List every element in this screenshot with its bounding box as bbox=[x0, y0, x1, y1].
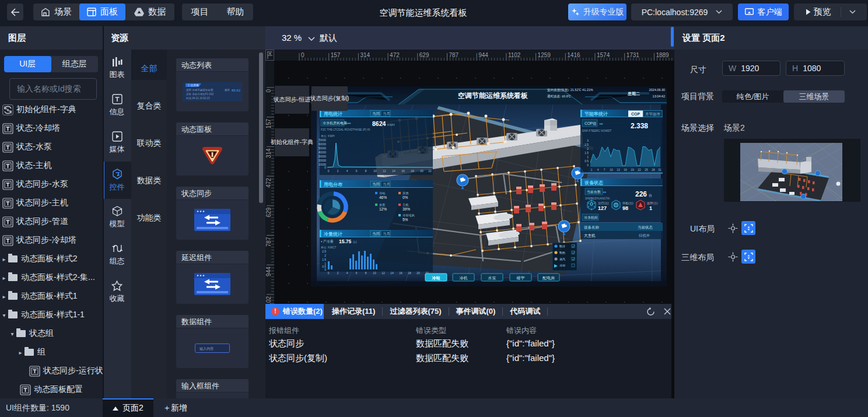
svg-text:设备状态: 设备状态 bbox=[584, 180, 604, 185]
svg-text:0%: 0% bbox=[402, 195, 408, 199]
svg-text:8624: 8624 bbox=[372, 120, 386, 127]
svg-text:1574: 1574 bbox=[597, 52, 610, 58]
svg-text:1889: 1889 bbox=[656, 52, 669, 58]
svg-text:629: 629 bbox=[419, 52, 429, 58]
svg-text:当月: 当月 bbox=[383, 111, 390, 116]
svg-text:制热: 制热 bbox=[559, 251, 565, 255]
svg-text:20: 20 bbox=[420, 170, 424, 173]
svg-text:30000: 30000 bbox=[318, 155, 327, 158]
svg-text:2: 2 bbox=[337, 272, 339, 275]
svg-text:大主机: 大主机 bbox=[584, 233, 596, 237]
svg-text:0: 0 bbox=[587, 164, 589, 167]
svg-text:制冷: 制冷 bbox=[559, 244, 565, 248]
svg-text:12: 12 bbox=[383, 170, 386, 173]
svg-text:7: 7 bbox=[604, 169, 606, 171]
svg-text:16: 16 bbox=[624, 169, 627, 171]
svg-text:设备名称: 设备名称 bbox=[584, 225, 600, 230]
svg-text:2: 2 bbox=[324, 254, 326, 257]
svg-text:▸▸: ▸▸ bbox=[603, 190, 607, 194]
svg-text:当日: 当日 bbox=[372, 232, 380, 236]
svg-text:当月: 当月 bbox=[383, 232, 390, 236]
svg-text:空调节能运维系统看板: 空调节能运维系统看板 bbox=[458, 92, 528, 100]
svg-text:127: 127 bbox=[598, 205, 607, 211]
svg-text:50000: 50000 bbox=[318, 147, 327, 150]
svg-text:工业质量: 工业质量 bbox=[187, 83, 199, 87]
svg-text:19: 19 bbox=[631, 169, 634, 171]
svg-text:70000: 70000 bbox=[318, 139, 327, 142]
svg-text:6: 6 bbox=[356, 272, 358, 275]
svg-text:0: 0 bbox=[265, 89, 272, 93]
svg-text:逐时温差: ±0.6℃: 逐时温差: ±0.6℃ bbox=[547, 94, 571, 99]
svg-text:水泵: 水泵 bbox=[379, 203, 385, 206]
svg-text:运行(台): 运行(台) bbox=[598, 201, 609, 205]
svg-text:冷站: 冷站 bbox=[432, 276, 440, 281]
svg-text:冷却塔风: 冷却塔风 bbox=[402, 213, 415, 218]
svg-text:28: 28 bbox=[652, 169, 655, 171]
svg-text:单位: KWCT: 单位: KWCT bbox=[320, 246, 336, 249]
svg-text:蒸汽: 蒸汽 bbox=[559, 257, 565, 261]
svg-text:设备 首联运维组F1-010: 设备 首联运维组F1-010 bbox=[186, 92, 214, 96]
svg-text:787: 787 bbox=[449, 52, 459, 58]
svg-text:GJ: GJ bbox=[353, 240, 357, 244]
svg-text:18: 18 bbox=[408, 272, 411, 275]
svg-text:当日: 当日 bbox=[372, 111, 380, 115]
svg-text:用电分布: 用电分布 bbox=[323, 182, 342, 187]
svg-text:3: 3 bbox=[587, 139, 589, 142]
svg-text:2.5: 2.5 bbox=[322, 250, 326, 253]
svg-text:频率: 频率 bbox=[225, 89, 230, 92]
svg-text:KWH: KWH bbox=[387, 123, 395, 127]
svg-text:2024.09.30: 2024.09.30 bbox=[649, 88, 665, 92]
svg-text:用电统计: 用电统计 bbox=[323, 111, 342, 117]
svg-text:944: 944 bbox=[265, 267, 272, 276]
svg-text:472: 472 bbox=[390, 52, 400, 58]
svg-text:当月: 当月 bbox=[383, 182, 390, 187]
svg-text:1259: 1259 bbox=[538, 52, 551, 58]
svg-text:冷却: 冷却 bbox=[559, 264, 565, 267]
svg-text:类型 传感器树模块监测: 类型 传感器树模块监测 bbox=[186, 88, 214, 92]
svg-text:SHEBEIZHUANGTAI: SHEBEIZHUANGTAI bbox=[585, 197, 610, 200]
svg-text:1: 1 bbox=[591, 169, 593, 171]
svg-text:冷机: 冷机 bbox=[460, 276, 468, 281]
svg-text:▸▸▸: ▸▸▸ bbox=[346, 121, 351, 125]
svg-text:月节能率: 月节能率 bbox=[645, 112, 661, 117]
svg-text:输入内容: 输入内容 bbox=[200, 346, 214, 351]
svg-text:故障(台): 故障(台) bbox=[647, 201, 658, 205]
svg-text:当前台数: 当前台数 bbox=[587, 190, 601, 194]
svg-text:配电房: 配电房 bbox=[542, 276, 555, 281]
svg-text:18: 18 bbox=[411, 170, 414, 173]
svg-text:8: 8 bbox=[365, 170, 367, 173]
svg-text:1.5: 1.5 bbox=[584, 152, 589, 155]
svg-text:10: 10 bbox=[373, 170, 377, 173]
svg-text:1102: 1102 bbox=[508, 52, 521, 58]
svg-text:待机中: 待机中 bbox=[639, 233, 650, 238]
svg-text:冷站: 冷站 bbox=[379, 191, 386, 195]
svg-text:787: 787 bbox=[265, 237, 272, 247]
svg-text:4: 4 bbox=[346, 170, 348, 173]
svg-text:1102: 1102 bbox=[265, 296, 272, 304]
svg-text:星期二: 星期二 bbox=[627, 92, 640, 96]
svg-text:6: 6 bbox=[356, 170, 358, 173]
svg-text:1: 1 bbox=[587, 156, 589, 159]
svg-text:节能率统计: 节能率统计 bbox=[584, 111, 608, 117]
svg-text:F2C THE LTCDAL ROVDTHASE (P) I: F2C THE LTCDAL ROVDTHASE (P) IN bbox=[321, 128, 370, 131]
svg-text:40000: 40000 bbox=[318, 151, 327, 154]
svg-text:单位: KWH: 单位: KWH bbox=[320, 135, 335, 138]
svg-text:22: 22 bbox=[428, 170, 432, 173]
svg-text:314: 314 bbox=[360, 52, 370, 58]
svg-text:DNF-FTEERC NOWDT: DNF-FTEERC NOWDT bbox=[582, 129, 611, 132]
svg-text:157: 157 bbox=[331, 52, 341, 58]
svg-text:16: 16 bbox=[399, 272, 402, 275]
svg-text:472: 472 bbox=[265, 178, 272, 188]
svg-text:60000: 60000 bbox=[318, 143, 327, 146]
svg-text:1731: 1731 bbox=[626, 52, 640, 58]
svg-text:1: 1 bbox=[649, 205, 652, 211]
svg-text:39%: 39% bbox=[402, 207, 410, 211]
svg-text:冷水机组: 冷水机组 bbox=[584, 216, 598, 219]
svg-text:4: 4 bbox=[597, 169, 599, 171]
svg-text:13: 13 bbox=[617, 169, 620, 171]
svg-text:2: 2 bbox=[337, 170, 339, 173]
svg-text:14: 14 bbox=[392, 170, 396, 173]
svg-text:98: 98 bbox=[622, 205, 628, 211]
svg-text:室外温度(湿度): 21.52℃ 41.21%: 室外温度(湿度): 21.52℃ 41.21% bbox=[547, 88, 593, 92]
svg-text:水泵: 水泵 bbox=[488, 276, 496, 280]
